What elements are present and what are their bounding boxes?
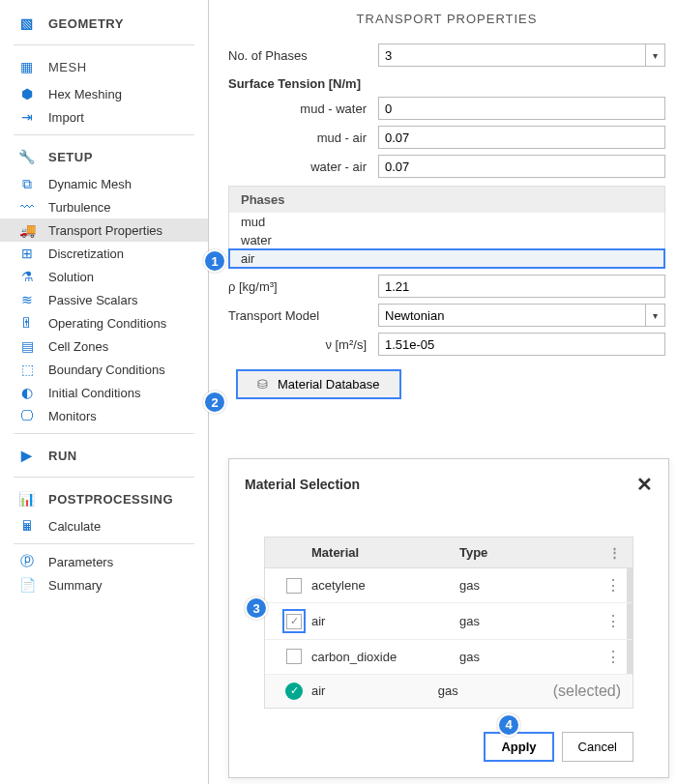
close-icon[interactable]: ✕ [636, 475, 653, 494]
discretization-icon: ⊞ [17, 246, 37, 261]
sidebar-item-label: Monitors [48, 409, 97, 423]
grid-icon: ▦ [17, 59, 37, 74]
col-type: Type [459, 545, 594, 560]
divider [14, 44, 194, 45]
material-selection-dialog: Material Selection ✕ Material Type ⋮ ace… [228, 458, 669, 778]
main-panel: TRANSPORT PROPERTIES No. of Phases ▾ Sur… [209, 0, 677, 784]
selected-tag: (selected) [553, 682, 621, 700]
material-row-carbon-dioxide[interactable]: carbon_dioxide gas ⋮ [265, 640, 633, 675]
sidebar-item-operating-conditions[interactable]: 🎚 Operating Conditions [0, 311, 208, 334]
sidebar-item-discretization[interactable]: ⊞ Discretization [0, 242, 208, 265]
tension-input-1[interactable] [378, 126, 665, 149]
material-table: Material Type ⋮ acetylene gas ⋮ air gas … [264, 537, 633, 709]
parameters-icon: ⓟ [17, 554, 37, 569]
sidebar-section-label: RUN [48, 449, 77, 463]
surface-tension-label: Surface Tension [N/m] [228, 76, 665, 91]
sidebar-item-monitors[interactable]: 🖵 Monitors [0, 404, 208, 427]
sidebar-item-label: Parameters [48, 555, 113, 569]
sidebar-item-boundary-conditions[interactable]: ⬚ Boundary Conditions [0, 358, 208, 381]
sidebar-item-passive-scalars[interactable]: ≋ Passive Scalars [0, 288, 208, 311]
monitor-icon: 🖵 [17, 408, 37, 423]
truck-icon: 🚚 [17, 222, 37, 238]
sidebar-item-import[interactable]: ⇥ Import [0, 105, 208, 129]
material-name: air [311, 614, 459, 628]
sidebar-item-label: Passive Scalars [48, 293, 137, 307]
divider [14, 543, 194, 544]
material-type: gas [459, 578, 594, 593]
rho-input[interactable] [378, 275, 665, 298]
phase-row-water[interactable]: water [229, 231, 664, 249]
kebab-icon[interactable]: ⋮ [594, 648, 621, 666]
calculate-icon: 🖩 [17, 518, 37, 534]
sidebar-section-geometry[interactable]: ▧ GEOMETRY [0, 8, 208, 39]
sidebar-item-summary[interactable]: 📄 Summary [0, 573, 208, 596]
sidebar-item-transport-properties[interactable]: 🚚 Transport Properties [0, 218, 208, 242]
sidebar-item-label: Cell Zones [48, 339, 108, 354]
sidebar-section-label: GEOMETRY [48, 16, 124, 31]
no-phases-label: No. of Phases [228, 48, 378, 63]
scrollbar[interactable] [627, 640, 633, 674]
sidebar-section-run[interactable]: ▶ RUN [0, 440, 208, 471]
play-icon: ▶ [17, 448, 37, 463]
dialog-title: Material Selection [245, 477, 360, 492]
nu-label: ν [m²/s] [228, 337, 378, 352]
sliders-icon: 🎚 [17, 315, 37, 331]
tension-input-2[interactable] [378, 155, 665, 178]
kebab-icon[interactable]: ⋮ [594, 576, 621, 595]
sidebar-item-hex-meshing[interactable]: ⬢ Hex Meshing [0, 82, 208, 105]
sidebar-item-label: Initial Conditions [48, 386, 140, 400]
sidebar-item-parameters[interactable]: ⓟ Parameters [0, 550, 208, 573]
transport-model-select[interactable] [378, 304, 665, 327]
check-circle-icon [285, 682, 303, 700]
sidebar-item-cell-zones[interactable]: ▤ Cell Zones [0, 334, 208, 358]
divider [14, 477, 194, 478]
callout-3: 3 [245, 596, 268, 620]
sidebar-item-turbulence[interactable]: 〰 Turbulence [0, 195, 208, 218]
apply-button[interactable]: Apply [484, 732, 553, 762]
sidebar-item-dynamic-mesh[interactable]: ⧉ Dynamic Mesh [0, 172, 208, 195]
phases-box: Phases mud water air [228, 186, 665, 269]
phase-row-mud[interactable]: mud [229, 213, 664, 231]
kebab-icon[interactable]: ⋮ [594, 612, 621, 630]
scrollbar[interactable] [627, 568, 633, 602]
checkbox[interactable] [286, 649, 302, 664]
sidebar-item-label: Operating Conditions [48, 316, 166, 331]
transport-model-label: Transport Model [228, 308, 378, 323]
material-database-button[interactable]: ⛁ Material Database [236, 369, 401, 399]
cancel-button[interactable]: Cancel [562, 732, 633, 762]
sidebar-item-initial-conditions[interactable]: ◐ Initial Conditions [0, 381, 208, 404]
rho-label: ρ [kg/m³] [228, 279, 378, 294]
col-material: Material [311, 545, 459, 560]
kebab-icon[interactable]: ⋮ [594, 545, 621, 560]
sidebar: ▧ GEOMETRY ▦ MESH ⬢ Hex Meshing ⇥ Import… [0, 0, 209, 784]
material-database-label: Material Database [278, 377, 380, 392]
nu-input[interactable] [378, 333, 665, 356]
import-icon: ⇥ [17, 109, 37, 125]
checkbox[interactable] [286, 614, 302, 629]
phase-row-air[interactable]: air [229, 249, 664, 268]
material-type: gas [438, 683, 553, 698]
sidebar-section-label: MESH [48, 60, 87, 74]
sidebar-section-setup[interactable]: 🔧 SETUP [0, 141, 208, 172]
sidebar-item-label: Import [48, 110, 84, 125]
material-type: gas [459, 650, 594, 664]
no-phases-select[interactable] [378, 44, 665, 67]
sidebar-section-label: SETUP [48, 150, 93, 164]
material-row-air[interactable]: air gas ⋮ [265, 603, 633, 640]
material-name: carbon_dioxide [311, 650, 459, 664]
checkbox[interactable] [286, 578, 302, 594]
material-row-acetylene[interactable]: acetylene gas ⋮ [265, 568, 633, 603]
sidebar-section-mesh[interactable]: ▦ MESH [0, 51, 208, 82]
scrollbar[interactable] [627, 603, 633, 639]
tension-input-0[interactable] [378, 97, 665, 120]
phases-header: Phases [229, 187, 664, 213]
sidebar-section-postprocessing[interactable]: 📊 POSTPROCESSING [0, 483, 208, 514]
cube-icon: ▧ [17, 15, 37, 31]
tension-label-2: water - air [228, 160, 378, 174]
sidebar-item-calculate[interactable]: 🖩 Calculate [0, 514, 208, 537]
sidebar-item-solution[interactable]: ⚗ Solution [0, 265, 208, 288]
summary-icon: 📄 [17, 577, 37, 593]
hex-icon: ⬢ [17, 86, 37, 102]
sidebar-item-label: Turbulence [48, 200, 111, 215]
sidebar-item-label: Boundary Conditions [48, 363, 165, 377]
